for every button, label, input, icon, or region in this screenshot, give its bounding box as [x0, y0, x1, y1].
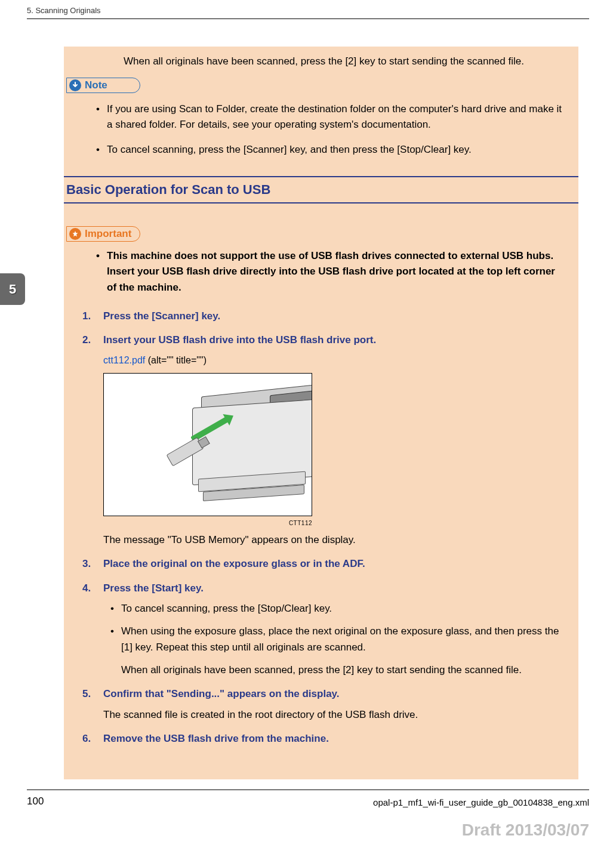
running-head-rule: [27, 18, 589, 19]
section-body: Important This machine does not support …: [64, 203, 578, 747]
note-item: To cancel scanning, press the [Scanner] …: [79, 142, 563, 158]
figure-reference: ctt112.pdf (alt="" title=""): [103, 353, 563, 368]
step-1: Press the [Scanner] key.: [79, 309, 563, 324]
figure-caption: CTT112: [103, 519, 312, 528]
step-5: Confirm that "Sending..." appears on the…: [79, 686, 563, 723]
step-title: Insert your USB flash drive into the USB…: [103, 332, 563, 348]
sub-bullet: When using the exposure glass, place the…: [103, 624, 563, 655]
running-head: 5. Scanning Originals: [0, 0, 616, 19]
arrow-down-circle-icon: [69, 79, 81, 91]
step-2: Insert your USB flash drive into the USB…: [79, 332, 563, 548]
step-continuation: When all originals have been scanned, pr…: [121, 662, 563, 678]
step-detail: The message "To USB Memory" appears on t…: [103, 532, 563, 548]
step-title: Press the [Start] key.: [103, 581, 563, 596]
page-footer: 100 opal-p1_mf1_wi-fi_user_guide_gb_0010…: [27, 790, 589, 807]
note-label: Note: [85, 78, 107, 93]
intro-continuation: When all originals have been scanned, pr…: [108, 54, 578, 69]
important-pill: Important: [66, 226, 140, 242]
step-title: Confirm that "Sending..." appears on the…: [103, 686, 563, 702]
section-title: Basic Operation for Scan to USB: [64, 182, 578, 198]
draft-watermark: Draft 2013/03/07: [462, 821, 589, 840]
step-title: Remove the USB flash drive from the mach…: [103, 731, 563, 747]
step-detail: The scanned file is created in the root …: [103, 707, 563, 723]
printer-illustration: [168, 380, 312, 499]
step-title: Press the [Scanner] key.: [103, 309, 563, 324]
page-number: 100: [27, 795, 44, 807]
important-item: This machine does not support the use of…: [79, 248, 563, 295]
figure-link[interactable]: ctt112.pdf: [103, 355, 145, 365]
note-item: If you are using Scan to Folder, create …: [79, 101, 563, 133]
note-callout: Note: [64, 78, 578, 94]
source-path: opal-p1_mf1_wi-fi_user_guide_gb_00104838…: [373, 797, 589, 807]
step-sub-bullets: To cancel scanning, press the [Stop/Clea…: [103, 601, 563, 655]
step-6: Remove the USB flash drive from the mach…: [79, 731, 563, 747]
step-3: Place the original on the exposure glass…: [79, 556, 563, 572]
step-4: Press the [Start] key. To cancel scannin…: [79, 581, 563, 679]
figure-frame: [103, 373, 312, 516]
sub-bullet: To cancel scanning, press the [Stop/Clea…: [103, 601, 563, 616]
section-header: Basic Operation for Scan to USB: [64, 176, 578, 203]
chapter-tab: 5: [0, 273, 25, 305]
chapter-number: 5: [9, 282, 16, 297]
figure-meta: (alt="" title=""): [145, 355, 207, 365]
note-pill: Note: [66, 78, 140, 93]
important-callout: Important: [64, 226, 578, 242]
step-title: Place the original on the exposure glass…: [103, 556, 563, 572]
figure: CTT112: [103, 373, 312, 528]
star-circle-icon: [69, 228, 81, 240]
important-label: Important: [85, 226, 131, 242]
steps-list: Press the [Scanner] key. Insert your USB…: [64, 309, 578, 747]
note-list: If you are using Scan to Folder, create …: [64, 101, 578, 158]
running-head-label: 5. Scanning Originals: [27, 6, 589, 15]
page-content: When all originals have been scanned, pr…: [64, 47, 578, 779]
important-list: This machine does not support the use of…: [64, 248, 578, 295]
